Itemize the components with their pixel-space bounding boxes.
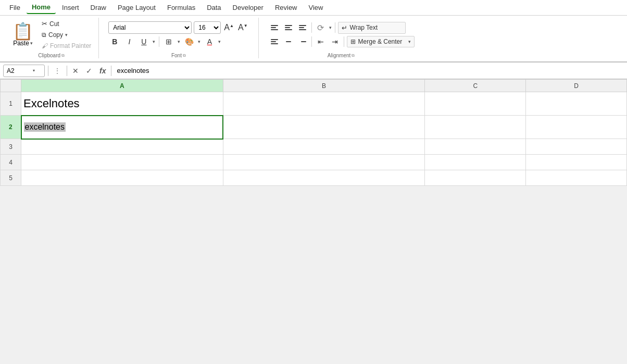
- paste-button[interactable]: 📋 Paste ▾: [9, 19, 36, 51]
- formula-options-icon[interactable]: ⋮: [52, 67, 64, 75]
- cell-d1[interactable]: [526, 92, 627, 116]
- cell-b3[interactable]: [223, 139, 425, 155]
- font-separator1: [159, 36, 159, 47]
- cell-d3[interactable]: [526, 139, 627, 155]
- cell-d5[interactable]: [526, 170, 627, 186]
- formula-cancel-button[interactable]: ✕: [70, 66, 81, 76]
- orientation-dropdown-icon[interactable]: ▾: [329, 25, 332, 30]
- italic-button[interactable]: I: [123, 35, 135, 48]
- copy-button[interactable]: ⧉ Copy ▾: [40, 30, 93, 40]
- cell-reference-input[interactable]: [7, 67, 33, 74]
- menu-review[interactable]: Review: [270, 2, 303, 14]
- menu-data[interactable]: Data: [202, 2, 226, 14]
- format-painter-button[interactable]: 🖌 Format Painter: [40, 41, 93, 51]
- wrap-text-icon: ↵: [342, 24, 347, 32]
- alignment-expand-icon[interactable]: ⧉: [352, 53, 355, 58]
- clipboard-label: Clipboard: [38, 53, 60, 58]
- paste-icon: 📋: [12, 23, 33, 40]
- align-center-button[interactable]: [282, 35, 295, 48]
- font-color-button[interactable]: A: [203, 35, 216, 48]
- menu-page-layout[interactable]: Page Layout: [112, 2, 161, 14]
- cell-a1-content: Excelnotes: [23, 97, 80, 110]
- copy-icon: ⧉: [42, 31, 46, 39]
- align-right-button[interactable]: [296, 35, 309, 48]
- font-row1: Arial 16 A▲ A▼: [108, 21, 248, 34]
- cell-a5[interactable]: [21, 170, 223, 186]
- align-bottom-button[interactable]: [296, 21, 309, 34]
- borders-dropdown-icon[interactable]: ▾: [177, 39, 181, 44]
- align-top-button[interactable]: [268, 21, 281, 34]
- align-separator1: [311, 22, 312, 33]
- cell-c2[interactable]: [425, 116, 526, 139]
- text-orientation-button[interactable]: ⟳: [315, 21, 327, 34]
- underline-dropdown-icon[interactable]: ▾: [152, 39, 156, 44]
- font-family-select[interactable]: Arial: [108, 21, 192, 34]
- fill-color-button[interactable]: 🎨: [183, 35, 195, 48]
- merge-center-label: Merge & Center: [358, 38, 403, 45]
- align-middle-button[interactable]: [282, 21, 295, 34]
- cell-a2[interactable]: excelnotes: [21, 116, 223, 139]
- cell-a2-content: excelnotes: [24, 122, 66, 132]
- cell-b2[interactable]: [223, 116, 425, 139]
- corner-header: [1, 80, 21, 92]
- borders-button[interactable]: ⊞: [162, 35, 175, 48]
- cell-ref-dropdown-icon[interactable]: ▾: [33, 68, 35, 73]
- col-header-b[interactable]: B: [223, 80, 425, 92]
- spreadsheet: A B C D 1 Excelnotes 2 excelnotes: [0, 79, 627, 186]
- merge-center-dropdown-icon[interactable]: ▾: [408, 39, 411, 44]
- col-header-c[interactable]: C: [425, 80, 526, 92]
- font-color-dropdown-icon[interactable]: ▾: [218, 39, 221, 44]
- paste-dropdown-icon[interactable]: ▾: [30, 41, 33, 46]
- align-left-button[interactable]: [268, 35, 281, 48]
- formula-content-input[interactable]: [115, 66, 624, 76]
- font-group: Arial 16 A▲ A▼ B I U ▾ ⊞ ▾ 🎨: [99, 18, 258, 58]
- cell-b1[interactable]: [223, 92, 425, 116]
- cell-a3[interactable]: [21, 139, 223, 155]
- copy-dropdown-icon[interactable]: ▾: [65, 32, 68, 37]
- font-expand-icon[interactable]: ⧉: [183, 53, 186, 58]
- cut-button[interactable]: ✂ Cut: [40, 19, 93, 29]
- menu-bar: File Home Insert Draw Page Layout Formul…: [0, 0, 627, 16]
- decrease-indent-button[interactable]: ⇤: [315, 35, 327, 48]
- font-size-decrease-button[interactable]: A▼: [237, 23, 249, 32]
- formula-confirm-button[interactable]: ✓: [84, 66, 94, 76]
- font-size-increase-button[interactable]: A▲: [223, 23, 235, 32]
- cell-b4[interactable]: [223, 155, 425, 170]
- increase-indent-button[interactable]: ⇥: [329, 35, 341, 48]
- menu-draw[interactable]: Draw: [85, 2, 111, 14]
- cell-b5[interactable]: [223, 170, 425, 186]
- cell-c3[interactable]: [425, 139, 526, 155]
- cut-icon: ✂: [42, 20, 47, 28]
- menu-formulas[interactable]: Formulas: [162, 2, 200, 14]
- col-header-d[interactable]: D: [526, 80, 627, 92]
- cell-c5[interactable]: [425, 170, 526, 186]
- menu-insert[interactable]: Insert: [57, 2, 84, 14]
- menu-developer[interactable]: Developer: [228, 2, 269, 14]
- formula-divider1: [48, 66, 48, 76]
- cell-a4[interactable]: [21, 155, 223, 170]
- font-label: Font: [171, 53, 182, 58]
- menu-file[interactable]: File: [4, 2, 26, 14]
- underline-button[interactable]: U: [137, 35, 150, 48]
- font-size-select[interactable]: 16: [194, 21, 221, 34]
- table-row: 3: [1, 139, 627, 155]
- align-separator2: [335, 22, 335, 33]
- alignment-section: ⟳ ▾ ↵ Wrap Text: [264, 21, 419, 48]
- format-painter-icon: 🖌: [42, 42, 48, 49]
- cell-c4[interactable]: [425, 155, 526, 170]
- menu-view[interactable]: View: [304, 2, 329, 14]
- col-header-a[interactable]: A: [21, 80, 223, 92]
- merge-center-button[interactable]: ⊞ Merge & Center ▾: [347, 36, 415, 47]
- fill-color-dropdown-icon[interactable]: ▾: [197, 39, 201, 44]
- cell-c1[interactable]: [425, 92, 526, 116]
- formula-function-button[interactable]: fx: [97, 66, 108, 76]
- cell-d4[interactable]: [526, 155, 627, 170]
- wrap-text-label: Wrap Text: [350, 24, 378, 31]
- wrap-text-button[interactable]: ↵ Wrap Text: [338, 22, 406, 34]
- clipboard-expand-icon[interactable]: ⧉: [61, 53, 65, 58]
- table-row: 1 Excelnotes: [1, 92, 627, 116]
- menu-home[interactable]: Home: [27, 1, 56, 14]
- bold-button[interactable]: B: [108, 35, 121, 48]
- cell-a1[interactable]: Excelnotes: [21, 92, 223, 116]
- cell-d2[interactable]: [526, 116, 627, 139]
